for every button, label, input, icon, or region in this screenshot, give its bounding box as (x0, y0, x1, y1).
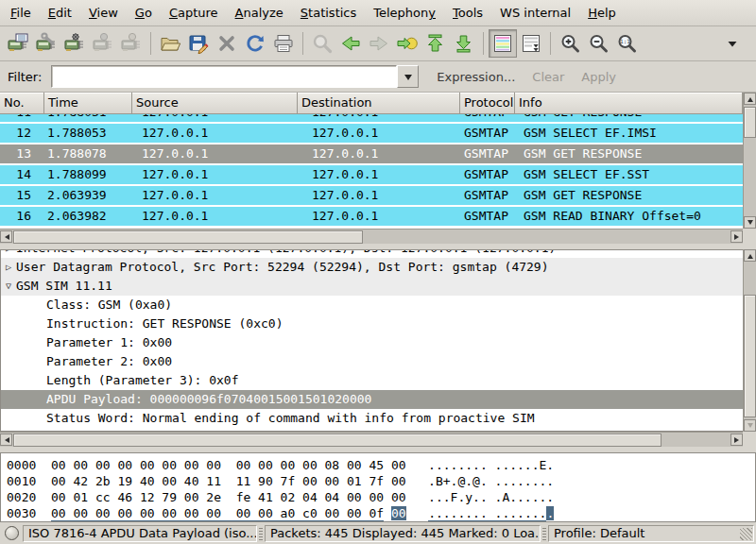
hex-row-0000[interactable]: 0000 00 00 00 00 00 00 00 00 00 00 00 00… (7, 457, 755, 473)
packet-row-16[interactable]: 162.063982127.0.0.1127.0.0.1GSMTAPGSM RE… (0, 207, 743, 226)
back-button[interactable] (336, 29, 365, 58)
packet-row-15[interactable]: 152.063939127.0.0.1127.0.0.1GSMTAPGSM GE… (0, 186, 743, 205)
packet-row-12[interactable]: 121.788053127.0.0.1127.0.0.1GSMTAPGSM SE… (0, 124, 743, 143)
scroll-down-button[interactable] (744, 419, 756, 432)
status-bar: ISO 7816-4 APDU Data Payload (iso... Pac… (0, 522, 756, 544)
packet-row-11[interactable]: 111.788031127.0.0.1127.0.0.1GSMTAPGSM GE… (0, 114, 743, 122)
cell-src: 127.0.0.1 (132, 144, 298, 163)
scrollbar-thumb[interactable] (13, 230, 363, 244)
scrollbar-thumb[interactable] (13, 434, 662, 447)
filter-dropdown-button[interactable] (397, 65, 419, 88)
pane-splitter[interactable] (0, 447, 756, 452)
packet-row-14[interactable]: 141.788099127.0.0.1127.0.0.1GSMTAPGSM SE… (0, 165, 743, 184)
column-header-source[interactable]: Source (132, 93, 298, 114)
menu-telephony[interactable]: Telephony (365, 2, 444, 24)
hex-row-0010[interactable]: 0010 00 42 2b 19 40 00 40 11 11 90 7f 00… (7, 473, 755, 489)
tree-row[interactable]: APDU Payload: 000000096f0704001500150102… (1, 390, 743, 409)
packet-detail-tree: ▷Internet Protocol, Src: 127.0.0.1 (127.… (0, 249, 743, 432)
tree-row[interactable]: ▷Internet Protocol, Src: 127.0.0.1 (127.… (1, 250, 743, 258)
tree-row[interactable]: Length (Parameter 3): 0x0f (1, 371, 743, 390)
apply-button[interactable]: Apply (573, 68, 625, 86)
hex-row-0030[interactable]: 0030 00 00 00 00 00 00 00 00 00 00 a0 c0… (7, 505, 755, 521)
cell-time: 1.788099 (44, 165, 132, 184)
zoom-out-button[interactable] (584, 29, 612, 58)
list-interfaces-button[interactable] (4, 29, 32, 58)
menu-capture[interactable]: Capture (161, 2, 227, 24)
menu-help[interactable]: Help (579, 2, 625, 24)
filter-input[interactable] (51, 65, 397, 88)
tree-row[interactable]: Instruction: GET RESPONSE (0xc0) (1, 314, 743, 333)
scroll-right-button[interactable] (730, 434, 743, 446)
more-dropdown-button[interactable] (718, 29, 747, 58)
column-header-no[interactable]: No. (0, 93, 44, 114)
close-button[interactable] (213, 29, 241, 58)
colorize-button[interactable] (489, 29, 517, 58)
detail-vertical-scrollbar[interactable] (743, 249, 756, 432)
open-icon (159, 32, 181, 55)
cell-no: 11 (0, 114, 44, 122)
tree-row[interactable]: Parameter 2: 0x00 (1, 352, 743, 371)
tree-row[interactable]: ▽GSM SIM 11.11 (1, 277, 743, 296)
tree-row[interactable]: Class: GSM (0xa0) (1, 296, 743, 314)
scroll-up-button[interactable] (744, 249, 756, 262)
resize-grip-icon[interactable] (740, 528, 752, 540)
go-top-button[interactable] (421, 29, 450, 58)
tree-row[interactable]: Status Word: Normal ending of command wi… (1, 409, 743, 428)
zoom-normal-button[interactable]: 1:1 (612, 29, 641, 58)
column-header-time[interactable]: Time (44, 93, 132, 114)
capture-stop-button[interactable] (89, 29, 117, 58)
menu-statistics[interactable]: Statistics (292, 2, 365, 24)
ascii-char-selected: . (546, 506, 554, 520)
hex-offset: 0030 (7, 506, 51, 520)
detail-horizontal-scrollbar[interactable] (0, 432, 743, 447)
expert-info-icon[interactable] (5, 526, 19, 540)
menu-go[interactable]: Go (127, 2, 161, 24)
menu-ws-internal[interactable]: WS internal (491, 2, 579, 24)
packet-list-horizontal-scrollbar[interactable] (0, 229, 743, 244)
column-header-protocol[interactable]: Protocol (460, 93, 515, 114)
packet-bytes-pane[interactable]: 0000 00 00 00 00 00 00 00 00 00 00 00 00… (0, 452, 756, 522)
expand-triangle-icon[interactable]: ▷ (1, 250, 16, 258)
reload-button[interactable] (241, 29, 269, 58)
collapse-triangle-icon[interactable]: ▽ (1, 277, 16, 296)
print-button[interactable] (269, 29, 298, 58)
capture-start-button[interactable] (60, 29, 89, 58)
capture-restart-button[interactable] (117, 29, 146, 58)
scrollbar-thumb[interactable] (744, 295, 756, 417)
scroll-left-button[interactable] (0, 434, 12, 446)
scroll-left-button[interactable] (0, 230, 12, 243)
menu-tools[interactable]: Tools (444, 2, 491, 24)
zoom-in-button[interactable] (556, 29, 584, 58)
open-button[interactable] (156, 29, 184, 58)
tree-row-label: Parameter 1: 0x00 (46, 333, 172, 352)
scroll-up-button[interactable] (744, 93, 756, 105)
autoscroll-button[interactable] (517, 29, 545, 58)
menu-analyze[interactable]: Analyze (227, 2, 292, 24)
go-top-icon (424, 32, 447, 55)
clear-button[interactable]: Clear (524, 68, 573, 86)
cell-proto: GSMTAP (460, 124, 515, 143)
find-button[interactable] (308, 29, 336, 58)
go-bottom-button[interactable] (450, 29, 478, 58)
save-as-button[interactable] (184, 29, 213, 58)
menu-edit[interactable]: Edit (40, 2, 80, 24)
forward-button[interactable] (365, 29, 393, 58)
scrollbar-thumb[interactable] (744, 107, 756, 138)
packet-row-13[interactable]: 131.788078127.0.0.1127.0.0.1GSMTAPGSM GE… (0, 144, 743, 163)
column-header-info[interactable]: Info (515, 93, 743, 114)
packet-list-body: 111.788031127.0.0.1127.0.0.1GSMTAPGSM GE… (0, 114, 743, 229)
hex-row-0020[interactable]: 0020 00 01 cc 46 12 79 00 2e fe 41 02 04… (7, 489, 755, 505)
menu-file[interactable]: File (2, 2, 40, 24)
expression-button[interactable]: Expression... (428, 68, 524, 86)
tree-row[interactable]: ▷User Datagram Protocol, Src Port: 52294… (1, 258, 743, 277)
column-header-destination[interactable]: Destination (298, 93, 460, 114)
scroll-right-button[interactable] (730, 230, 743, 243)
packet-list-vertical-scrollbar[interactable] (743, 93, 756, 229)
capture-options-button[interactable] (32, 29, 60, 58)
splitter-grip-icon (364, 246, 392, 247)
scroll-down-button[interactable] (744, 216, 756, 229)
goto-packet-button[interactable] (393, 29, 421, 58)
tree-row[interactable]: Parameter 1: 0x00 (1, 333, 743, 352)
menu-view[interactable]: View (80, 2, 127, 24)
expand-triangle-icon[interactable]: ▷ (1, 258, 16, 277)
